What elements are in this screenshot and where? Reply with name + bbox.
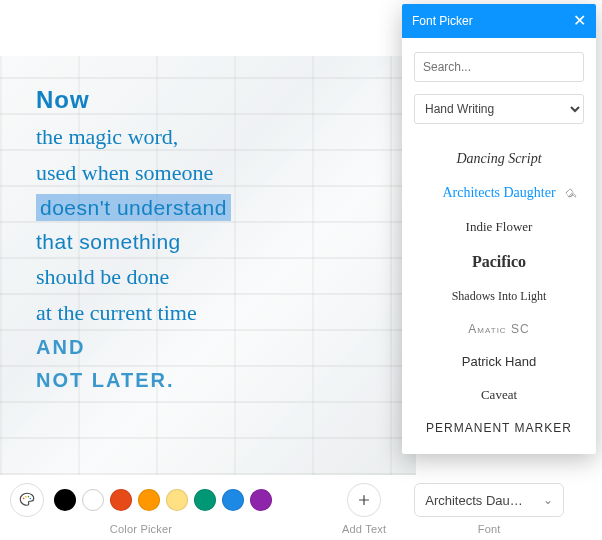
add-text-button[interactable]: [347, 483, 381, 517]
plus-icon: [355, 491, 373, 509]
color-picker-button[interactable]: [10, 483, 44, 517]
cursor-hand-icon: ☟: [563, 185, 581, 204]
chevron-down-icon: ⌄: [543, 493, 553, 507]
color-swatch-row: [54, 489, 272, 511]
editor-canvas[interactable]: Nowthe magic word,used when someonedoesn…: [0, 56, 416, 475]
font-search-input[interactable]: [414, 52, 584, 82]
close-icon[interactable]: ✕: [573, 13, 586, 29]
font-option[interactable]: Shadows Into Light: [414, 280, 584, 313]
color-picker-group: Color Picker: [10, 483, 272, 535]
color-swatch[interactable]: [138, 489, 160, 511]
text-layer-stack[interactable]: Nowthe magic word,used when someonedoesn…: [36, 84, 231, 400]
font-label: Font: [478, 523, 501, 535]
font-group: Architects Dau… ⌄ Font: [414, 483, 564, 535]
text-line[interactable]: the magic word,: [36, 122, 231, 152]
svg-point-0: [23, 498, 25, 500]
text-line[interactable]: doesn't understand: [36, 194, 231, 222]
font-option[interactable]: Indie Flower: [414, 210, 584, 244]
font-option[interactable]: Amatic SC: [414, 313, 584, 345]
text-line[interactable]: that something: [36, 228, 231, 256]
font-select-value: Architects Dau…: [425, 493, 523, 508]
color-swatch[interactable]: [250, 489, 272, 511]
popover-title: Font Picker: [412, 14, 473, 28]
color-swatch[interactable]: [54, 489, 76, 511]
svg-point-1: [25, 496, 27, 498]
color-swatch[interactable]: [194, 489, 216, 511]
popover-header: Font Picker ✕: [402, 4, 596, 38]
add-text-group: Add Text: [342, 483, 386, 535]
font-picker-popover: Font Picker ✕ Hand Writing Dancing Scrip…: [402, 4, 596, 454]
text-line[interactable]: at the current time: [36, 298, 231, 328]
font-option[interactable]: Caveat: [414, 378, 584, 412]
add-text-label: Add Text: [342, 523, 386, 535]
svg-point-3: [30, 498, 32, 500]
font-option[interactable]: Pacifico: [414, 244, 584, 280]
palette-icon: [18, 491, 36, 509]
font-option[interactable]: Dancing Script: [414, 142, 584, 176]
color-swatch[interactable]: [222, 489, 244, 511]
text-line[interactable]: AND: [36, 334, 231, 361]
font-option[interactable]: Permanent Marker: [414, 412, 584, 444]
color-swatch[interactable]: [82, 489, 104, 511]
color-picker-label: Color Picker: [110, 523, 172, 535]
bottom-toolbar: Color Picker Add Text Architects Dau… ⌄ …: [0, 475, 602, 540]
svg-point-2: [28, 496, 30, 498]
text-line[interactable]: should be done: [36, 262, 231, 292]
font-category-select[interactable]: Hand Writing: [414, 94, 584, 124]
color-swatch[interactable]: [166, 489, 188, 511]
text-line[interactable]: used when someone: [36, 158, 231, 188]
text-line[interactable]: NOT LATER.: [36, 367, 231, 394]
font-option[interactable]: Architects Daughter☟: [414, 176, 584, 210]
font-option[interactable]: Patrick Hand: [414, 345, 584, 378]
font-select-button[interactable]: Architects Dau… ⌄: [414, 483, 564, 517]
color-swatch[interactable]: [110, 489, 132, 511]
text-line[interactable]: Now: [36, 84, 231, 116]
font-list: Dancing ScriptArchitects Daughter☟Indie …: [414, 142, 584, 444]
